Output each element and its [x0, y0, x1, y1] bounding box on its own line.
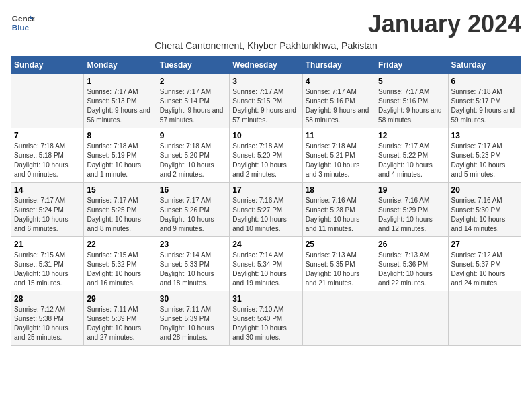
calendar-cell: 25Sunrise: 7:13 AMSunset: 5:35 PMDayligh…	[302, 236, 375, 291]
day-info: Sunrise: 7:17 AMSunset: 5:16 PMDaylight:…	[378, 87, 445, 125]
day-number: 6	[451, 77, 518, 86]
calendar-cell: 27Sunrise: 7:12 AMSunset: 5:37 PMDayligh…	[448, 236, 521, 291]
calendar-subtitle: Cherat Cantonement, Khyber Pakhtunkhwa, …	[11, 40, 521, 51]
day-number: 12	[378, 131, 445, 140]
day-number: 13	[451, 131, 518, 140]
day-info: Sunrise: 7:12 AMSunset: 5:38 PMDaylight:…	[14, 305, 81, 342]
day-number: 10	[232, 131, 299, 140]
weekday-header-friday: Friday	[375, 56, 448, 73]
calendar-cell	[11, 73, 84, 128]
calendar-cell: 10Sunrise: 7:18 AMSunset: 5:20 PMDayligh…	[230, 128, 302, 182]
day-info: Sunrise: 7:17 AMSunset: 5:13 PMDaylight:…	[87, 87, 153, 125]
day-info: Sunrise: 7:16 AMSunset: 5:27 PMDaylight:…	[232, 196, 299, 234]
calendar-cell: 15Sunrise: 7:17 AMSunset: 5:25 PMDayligh…	[84, 182, 157, 236]
week-row-2: 7Sunrise: 7:18 AMSunset: 5:18 PMDaylight…	[11, 128, 521, 182]
calendar-cell: 14Sunrise: 7:17 AMSunset: 5:24 PMDayligh…	[11, 182, 84, 236]
calendar-cell: 4Sunrise: 7:17 AMSunset: 5:16 PMDaylight…	[302, 73, 375, 128]
day-number: 21	[14, 240, 81, 249]
day-info: Sunrise: 7:17 AMSunset: 5:24 PMDaylight:…	[14, 196, 81, 234]
day-info: Sunrise: 7:11 AMSunset: 5:39 PMDaylight:…	[87, 305, 153, 342]
day-number: 28	[14, 294, 81, 304]
day-info: Sunrise: 7:13 AMSunset: 5:36 PMDaylight:…	[378, 250, 445, 288]
day-number: 24	[232, 240, 299, 249]
day-info: Sunrise: 7:17 AMSunset: 5:26 PMDaylight:…	[160, 196, 226, 234]
day-info: Sunrise: 7:10 AMSunset: 5:40 PMDaylight:…	[232, 305, 299, 342]
weekday-header-saturday: Saturday	[448, 56, 521, 73]
calendar-cell: 21Sunrise: 7:15 AMSunset: 5:31 PMDayligh…	[11, 236, 84, 291]
calendar-cell: 3Sunrise: 7:17 AMSunset: 5:15 PMDaylight…	[230, 73, 302, 128]
day-number: 19	[378, 185, 445, 195]
calendar-cell: 12Sunrise: 7:17 AMSunset: 5:22 PMDayligh…	[375, 128, 448, 182]
day-info: Sunrise: 7:18 AMSunset: 5:20 PMDaylight:…	[160, 142, 226, 179]
day-info: Sunrise: 7:16 AMSunset: 5:28 PMDaylight:…	[306, 196, 372, 234]
day-info: Sunrise: 7:18 AMSunset: 5:18 PMDaylight:…	[14, 142, 81, 179]
page-header: General Blue January 2024	[11, 11, 521, 38]
calendar-cell	[302, 291, 375, 345]
day-number: 22	[87, 240, 153, 249]
day-info: Sunrise: 7:12 AMSunset: 5:37 PMDaylight:…	[451, 250, 518, 288]
calendar-cell: 5Sunrise: 7:17 AMSunset: 5:16 PMDaylight…	[375, 73, 448, 128]
week-row-5: 28Sunrise: 7:12 AMSunset: 5:38 PMDayligh…	[11, 291, 521, 345]
day-number: 30	[160, 294, 226, 304]
calendar-cell: 26Sunrise: 7:13 AMSunset: 5:36 PMDayligh…	[375, 236, 448, 291]
weekday-header-thursday: Thursday	[302, 56, 375, 73]
day-info: Sunrise: 7:16 AMSunset: 5:30 PMDaylight:…	[451, 196, 518, 234]
calendar-title: January 2024	[368, 11, 521, 38]
calendar-cell: 8Sunrise: 7:18 AMSunset: 5:19 PMDaylight…	[84, 128, 157, 182]
calendar-cell: 18Sunrise: 7:16 AMSunset: 5:28 PMDayligh…	[302, 182, 375, 236]
week-row-1: 1Sunrise: 7:17 AMSunset: 5:13 PMDaylight…	[11, 73, 521, 128]
weekday-header-wednesday: Wednesday	[230, 56, 302, 73]
weekday-header-tuesday: Tuesday	[157, 56, 229, 73]
day-number: 11	[306, 131, 372, 140]
day-info: Sunrise: 7:15 AMSunset: 5:32 PMDaylight:…	[87, 250, 153, 288]
day-number: 2	[160, 77, 226, 86]
day-info: Sunrise: 7:17 AMSunset: 5:14 PMDaylight:…	[160, 87, 226, 125]
title-section: January 2024	[368, 11, 521, 38]
day-number: 17	[232, 185, 299, 195]
day-info: Sunrise: 7:18 AMSunset: 5:21 PMDaylight:…	[306, 142, 372, 179]
day-info: Sunrise: 7:17 AMSunset: 5:23 PMDaylight:…	[451, 142, 518, 179]
calendar-cell	[448, 291, 521, 345]
day-info: Sunrise: 7:17 AMSunset: 5:22 PMDaylight:…	[378, 142, 445, 179]
day-number: 27	[451, 240, 518, 249]
day-info: Sunrise: 7:11 AMSunset: 5:39 PMDaylight:…	[160, 305, 226, 342]
calendar-cell: 1Sunrise: 7:17 AMSunset: 5:13 PMDaylight…	[84, 73, 157, 128]
day-number: 15	[87, 185, 153, 195]
logo: General Blue	[11, 11, 35, 35]
day-info: Sunrise: 7:18 AMSunset: 5:19 PMDaylight:…	[87, 142, 153, 179]
day-number: 23	[160, 240, 226, 249]
calendar-cell: 2Sunrise: 7:17 AMSunset: 5:14 PMDaylight…	[157, 73, 229, 128]
day-info: Sunrise: 7:16 AMSunset: 5:29 PMDaylight:…	[378, 196, 445, 234]
calendar-cell	[375, 291, 448, 345]
calendar-cell: 28Sunrise: 7:12 AMSunset: 5:38 PMDayligh…	[11, 291, 84, 345]
day-number: 8	[87, 131, 153, 140]
logo-icon: General Blue	[11, 11, 35, 35]
day-number: 16	[160, 185, 226, 195]
calendar-cell: 31Sunrise: 7:10 AMSunset: 5:40 PMDayligh…	[230, 291, 302, 345]
calendar-cell: 6Sunrise: 7:18 AMSunset: 5:17 PMDaylight…	[448, 73, 521, 128]
calendar-cell: 20Sunrise: 7:16 AMSunset: 5:30 PMDayligh…	[448, 182, 521, 236]
calendar-cell: 17Sunrise: 7:16 AMSunset: 5:27 PMDayligh…	[230, 182, 302, 236]
day-number: 4	[306, 77, 372, 86]
calendar-table: SundayMondayTuesdayWednesdayThursdayFrid…	[11, 56, 521, 346]
day-number: 25	[306, 240, 372, 249]
day-info: Sunrise: 7:18 AMSunset: 5:17 PMDaylight:…	[451, 87, 518, 125]
calendar-cell: 9Sunrise: 7:18 AMSunset: 5:20 PMDaylight…	[157, 128, 229, 182]
weekday-header-sunday: Sunday	[11, 56, 84, 73]
day-info: Sunrise: 7:14 AMSunset: 5:33 PMDaylight:…	[160, 250, 226, 288]
svg-text:Blue: Blue	[12, 23, 30, 32]
day-number: 1	[87, 77, 153, 86]
week-row-4: 21Sunrise: 7:15 AMSunset: 5:31 PMDayligh…	[11, 236, 521, 291]
day-info: Sunrise: 7:17 AMSunset: 5:16 PMDaylight:…	[306, 87, 372, 125]
weekday-header-row: SundayMondayTuesdayWednesdayThursdayFrid…	[11, 56, 521, 73]
day-number: 14	[14, 185, 81, 195]
calendar-cell: 16Sunrise: 7:17 AMSunset: 5:26 PMDayligh…	[157, 182, 229, 236]
day-info: Sunrise: 7:14 AMSunset: 5:34 PMDaylight:…	[232, 250, 299, 288]
weekday-header-monday: Monday	[84, 56, 157, 73]
day-number: 18	[306, 185, 372, 195]
calendar-cell: 23Sunrise: 7:14 AMSunset: 5:33 PMDayligh…	[157, 236, 229, 291]
day-number: 5	[378, 77, 445, 86]
day-info: Sunrise: 7:17 AMSunset: 5:15 PMDaylight:…	[232, 87, 299, 125]
calendar-cell: 13Sunrise: 7:17 AMSunset: 5:23 PMDayligh…	[448, 128, 521, 182]
week-row-3: 14Sunrise: 7:17 AMSunset: 5:24 PMDayligh…	[11, 182, 521, 236]
